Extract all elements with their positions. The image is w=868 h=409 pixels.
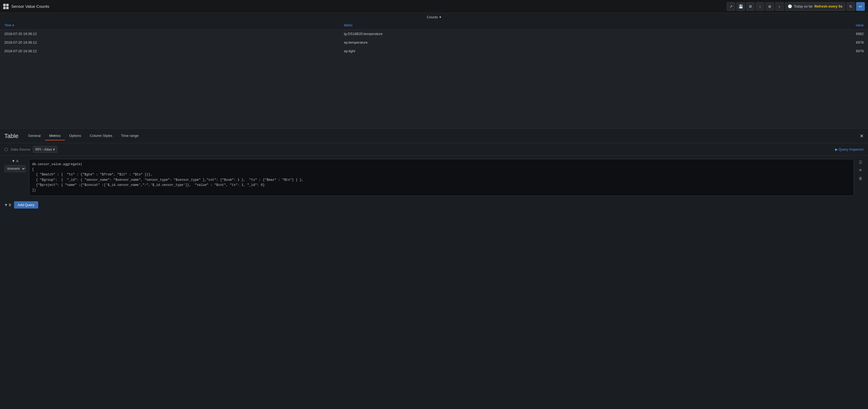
table-row: 2018-07-20 19:36:12 ep:temperature 6978 [0,38,868,47]
panel-title-arrow[interactable]: ▾ [439,15,441,19]
table-row: 2018-07-20 19:36:12 lg-DS18B20:temperatu… [0,30,868,38]
datasource-label: Data Source [11,147,30,151]
topbar-actions: ↗ 💾 ⚙ ‹ ⊕ › 🕐 Today so far Refresh every… [727,2,865,11]
nav-forward-button[interactable]: › [775,2,784,11]
query-a-delete-button[interactable]: 🗑 [857,175,864,182]
topbar-left: Sensor Value Counts [3,4,49,9]
queries-container: ▼ A timeserie table db.sensor_value.aggr… [0,156,868,409]
tab-column-styles[interactable]: Column Styles [86,132,117,140]
cell-value: 6978 [731,47,868,56]
table-body: 2018-07-20 19:36:12 lg-DS18B20:temperatu… [0,30,868,56]
edit-panel-header: Table General Metrics Options Column Sty… [0,129,868,143]
cell-value: 6982 [731,30,868,38]
panel-title: Counts [427,15,438,19]
query-a-actions: ☰ 👁 🗑 [857,159,864,182]
refresh-button[interactable]: ↻ [846,2,855,11]
datasource-select[interactable]: RPI - Atlas ▾ [33,146,57,153]
edit-tabs: General Metrics Options Column Styles Ti… [24,132,854,140]
cell-time: 2018-07-20 19:36:12 [0,30,340,38]
query-a-editor[interactable]: db.sensor_value.aggregate( [ { "$match" … [29,159,854,196]
topbar: Sensor Value Counts ↗ 💾 ⚙ ‹ ⊕ › 🕐 Today … [0,0,868,13]
query-inspector-arrow: ▶ [835,147,838,151]
clock-icon: 🕐 [788,4,792,8]
query-inspector-button[interactable]: ▶ Query Inspector [835,147,864,151]
add-query-row: ▼ B Add Query [4,199,864,211]
cell-metric: ep:light [340,47,731,56]
undo-button[interactable]: ↩ [856,2,865,11]
cell-value: 6978 [731,38,868,47]
query-a-label-area: ▼ A timeserie table [4,159,26,172]
panel-area: Counts ▾ Time ▾ Metric Value 2018-07-20 … [0,13,868,409]
time-label: Today so far [794,4,813,8]
query-b-label: ▼ B [4,203,11,207]
tab-general[interactable]: General [24,132,45,140]
query-a-block: ▼ A timeserie table db.sensor_value.aggr… [4,159,864,196]
edit-panel: Table General Metrics Options Column Sty… [0,129,868,409]
query-inspector-label: Query Inspector [839,147,864,151]
dashboard-title: Sensor Value Counts [11,4,49,9]
query-a-type-select[interactable]: timeserie table [4,165,26,172]
app-logo [3,4,9,9]
zoom-button[interactable]: ⊕ [766,2,774,11]
datasource-icon: ⬡ [4,147,8,152]
query-editor-area: ⬡ Data Source RPI - Atlas ▾ ▶ Query Insp… [0,143,868,409]
cell-metric: ep:temperature [340,38,731,47]
cell-time: 2018-07-20 19:36:12 [0,38,340,47]
datasource-row: ⬡ Data Source RPI - Atlas ▾ ▶ Query Insp… [0,143,868,156]
query-a-eye-button[interactable]: 👁 [857,167,864,174]
add-query-button[interactable]: Add Query [14,201,38,208]
col-metric[interactable]: Metric [340,21,731,30]
col-time[interactable]: Time ▾ [0,21,340,30]
close-button[interactable]: ✕ [860,133,864,139]
share-button[interactable]: ↗ [727,2,735,11]
tab-options[interactable]: Options [65,132,86,140]
settings-button[interactable]: ⚙ [746,2,755,11]
cell-time: 2018-07-20 19:36:12 [0,47,340,56]
panel-title-wrapper: Counts ▾ [427,15,441,19]
cell-metric: lg-DS18B20:temperature [340,30,731,38]
tab-time-range[interactable]: Time range [117,132,143,140]
edit-panel-title: Table [4,133,19,140]
time-range-button[interactable]: 🕐 Today so far Refresh every 5s [785,2,845,11]
data-panel: Counts ▾ Time ▾ Metric Value 2018-07-20 … [0,13,868,129]
table-header-row: Time ▾ Metric Value [0,21,868,30]
table-row: 2018-07-20 19:36:12 ep:light 6978 [0,47,868,56]
tab-metrics[interactable]: Metrics [45,132,65,140]
query-a-menu-button[interactable]: ☰ [857,159,864,166]
nav-back-button[interactable]: ‹ [756,2,764,11]
table-head: Time ▾ Metric Value [0,21,868,30]
save-button[interactable]: 💾 [736,2,745,11]
data-table: Time ▾ Metric Value 2018-07-20 19:36:12 … [0,21,868,56]
col-value[interactable]: Value [731,21,868,30]
query-a-letter: ▼ A [11,159,19,163]
datasource-dropdown-icon: ▾ [53,147,55,151]
query-b-collapse-arrow[interactable]: ▼ [4,203,8,207]
data-table-container: Time ▾ Metric Value 2018-07-20 19:36:12 … [0,21,868,128]
datasource-value: RPI - Atlas [35,147,52,151]
panel-header: Counts ▾ [0,13,868,21]
refresh-label: Refresh every 5s [814,4,842,8]
query-a-collapse-arrow[interactable]: ▼ [11,159,15,163]
